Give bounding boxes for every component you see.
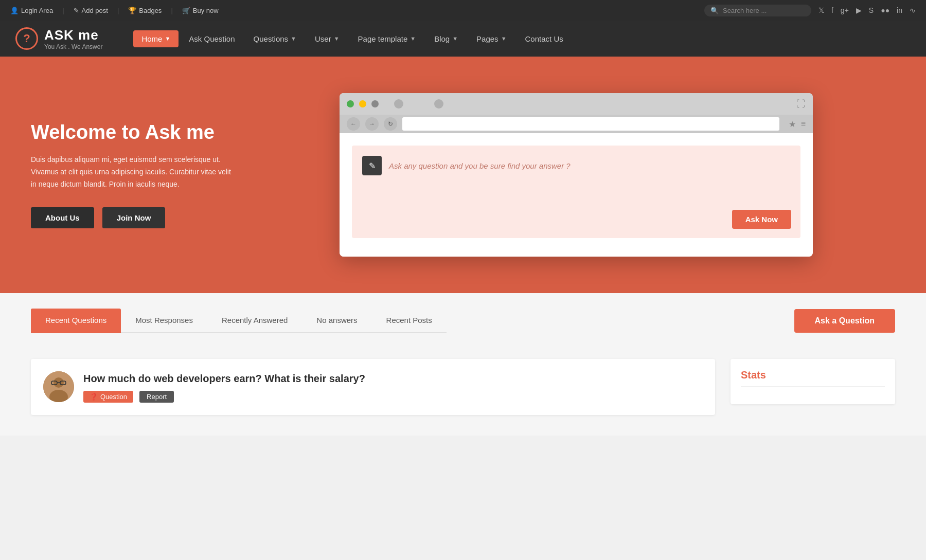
chevron-down-icon: ▼ [501, 35, 507, 42]
expand-icon[interactable]: ⛶ [796, 99, 806, 110]
ask-box: ✎ Ask any question and you be sure find … [352, 146, 800, 238]
rss-icon[interactable]: ∿ [910, 6, 916, 14]
browser-urlbar-actions: ★ ≡ [789, 119, 806, 129]
nav-blog[interactable]: Blog ▼ [426, 30, 466, 47]
search-box: 🔍 [704, 5, 811, 16]
sep3: | [171, 7, 172, 14]
ask-question-button[interactable]: Ask a Question [794, 309, 895, 333]
logo[interactable]: ? ASK me You Ask . We Answer [15, 27, 102, 50]
tab-most-responses[interactable]: Most Responses [121, 309, 207, 333]
add-post-link[interactable]: ✎ Add post [74, 7, 108, 14]
nav-ask-question[interactable]: Ask Question [181, 30, 243, 47]
hero-right: ⛶ ← → ↻ ★ ≡ ✎ Ask any question and you b… [257, 93, 895, 257]
address-dot1 [394, 99, 403, 109]
avatar [43, 371, 74, 402]
question-card: How much do web developers earn? What is… [31, 359, 715, 415]
hero-left: Welcome to Ask me Duis dapibus aliquam m… [31, 121, 237, 228]
avatar-svg [43, 371, 74, 402]
chevron-down-icon: ▼ [291, 35, 296, 42]
hero-buttons: About Us Join Now [31, 207, 237, 228]
browser-dot-green [347, 100, 354, 107]
nav-pages[interactable]: Pages ▼ [468, 30, 514, 47]
browser-urlbar-row: ← → ↻ ★ ≡ [340, 115, 813, 133]
sep1: | [62, 7, 64, 14]
search-icon: 🔍 [710, 7, 719, 14]
edit-icon: ✎ [362, 156, 382, 175]
topbar-left: 👤 Login Area | ✎ Add post | 🏆 Badges | 🛒… [10, 7, 219, 14]
navbar: ? ASK me You Ask . We Answer Home ▼ Ask … [0, 21, 926, 57]
twitter-icon[interactable]: 𝕏 [818, 6, 824, 14]
question-info: How much do web developers earn? What is… [83, 371, 703, 403]
tabs-section: Recent Questions Most Responses Recently… [0, 293, 926, 349]
question-icon: ❓ [90, 393, 98, 401]
nav-home[interactable]: Home ▼ [133, 30, 179, 47]
logo-text: ASK me You Ask . We Answer [44, 27, 102, 50]
tab-recently-answered[interactable]: Recently Answered [207, 309, 302, 333]
browser-mockup: ⛶ ← → ↻ ★ ≡ ✎ Ask any question and you b… [340, 93, 813, 257]
pencil-icon: ✎ [74, 7, 79, 14]
trophy-icon: 🏆 [128, 7, 136, 14]
ask-placeholder-text[interactable]: Ask any question and you be sure find yo… [389, 161, 571, 170]
about-us-button[interactable]: About Us [31, 207, 94, 228]
avatar-face [43, 371, 74, 402]
tab-recent-questions[interactable]: Recent Questions [31, 309, 121, 333]
browser-address-dots [394, 99, 443, 109]
linkedin-icon[interactable]: in [897, 6, 902, 14]
tab-recent-posts[interactable]: Recent Posts [372, 309, 447, 333]
chevron-down-icon: ▼ [410, 35, 416, 42]
sidebar: Stats [731, 359, 895, 415]
youtube-icon[interactable]: ▶ [856, 6, 862, 14]
browser-star-icon: ★ [789, 119, 796, 129]
content-area: How much do web developers earn? What is… [0, 349, 926, 436]
cart-icon: 🛒 [182, 7, 190, 14]
chevron-down-icon: ▼ [452, 35, 458, 42]
browser-content: ✎ Ask any question and you be sure find … [340, 133, 813, 257]
tabs-row: Recent Questions Most Responses Recently… [31, 309, 447, 333]
search-input[interactable] [723, 7, 805, 14]
facebook-icon[interactable]: f [831, 6, 833, 14]
chevron-down-icon: ▼ [165, 35, 170, 42]
buy-now-link[interactable]: 🛒 Buy now [182, 7, 219, 14]
badges-link[interactable]: 🏆 Badges [128, 7, 162, 14]
skype-icon[interactable]: S [869, 6, 874, 14]
badge-report[interactable]: Report [139, 391, 174, 403]
logo-title: ASK me [44, 27, 102, 43]
browser-topbar: ⛶ [340, 93, 813, 115]
browser-forward-button[interactable]: → [365, 117, 379, 131]
browser-address-area [394, 99, 791, 109]
nav-questions[interactable]: Questions ▼ [245, 30, 305, 47]
googleplus-icon[interactable]: g+ [841, 6, 849, 14]
browser-back-button[interactable]: ← [347, 117, 360, 131]
ask-box-header: ✎ Ask any question and you be sure find … [362, 156, 790, 175]
browser-url-bar[interactable] [402, 117, 779, 131]
logo-subtitle: You Ask . We Answer [44, 43, 102, 50]
user-icon: 👤 [10, 7, 19, 14]
badge-question: ❓ Question [83, 391, 133, 403]
ask-now-button[interactable]: Ask Now [732, 210, 791, 229]
logo-mark: ? [15, 27, 38, 50]
browser-refresh-button[interactable]: ↻ [384, 117, 397, 131]
sidebar-stats-title: Stats [741, 369, 885, 387]
browser-dot-yellow [359, 100, 366, 107]
hero-description: Duis dapibus aliquam mi, eget euismod se… [31, 154, 237, 190]
main-nav: Home ▼ Ask Question Questions ▼ User ▼ P… [133, 30, 911, 47]
sep2: | [117, 7, 119, 14]
sidebar-card: Stats [731, 359, 895, 404]
hero-title: Welcome to Ask me [31, 121, 237, 143]
chevron-down-icon: ▼ [334, 35, 340, 42]
main-content: How much do web developers earn? What is… [31, 359, 715, 415]
browser-menu-icon: ≡ [801, 119, 806, 129]
browser-dot-gray [371, 100, 379, 107]
join-now-button[interactable]: Join Now [102, 207, 166, 228]
flickr-icon[interactable]: ●● [881, 6, 889, 14]
nav-page-template[interactable]: Page template ▼ [350, 30, 424, 47]
login-area-link[interactable]: 👤 Login Area [10, 7, 53, 14]
nav-user[interactable]: User ▼ [307, 30, 348, 47]
topbar: 👤 Login Area | ✎ Add post | 🏆 Badges | 🛒… [0, 0, 926, 21]
hero-section: Welcome to Ask me Duis dapibus aliquam m… [0, 57, 926, 293]
nav-contact-us[interactable]: Contact Us [517, 30, 572, 47]
question-title[interactable]: How much do web developers earn? What is… [83, 371, 703, 386]
question-meta: ❓ Question Report [83, 391, 703, 403]
topbar-right: 🔍 𝕏 f g+ ▶ S ●● in ∿ [704, 5, 916, 16]
tab-no-answers[interactable]: No answers [302, 309, 371, 333]
